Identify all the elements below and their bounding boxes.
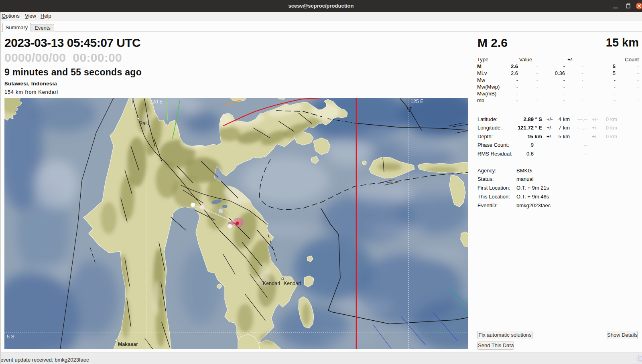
svg-text:125 E: 125 E bbox=[410, 99, 424, 104]
svg-text:Kendari: Kendari bbox=[284, 281, 301, 286]
svg-text:Makasar: Makasar bbox=[118, 342, 138, 347]
svg-text:Kendari: Kendari bbox=[263, 281, 280, 286]
svg-text:120 E: 120 E bbox=[150, 99, 163, 105]
svg-text:5 S: 5 S bbox=[7, 334, 14, 340]
svg-text:Palu: Palu bbox=[139, 121, 149, 126]
